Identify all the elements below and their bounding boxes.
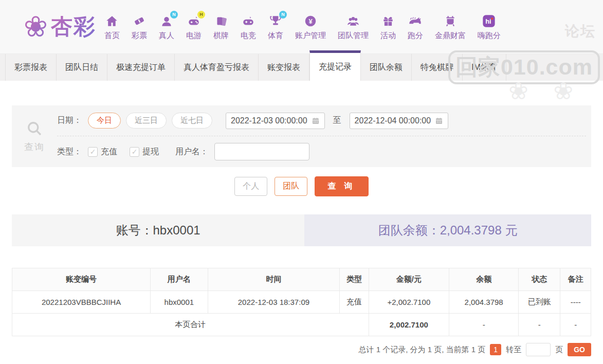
table-summary-row: 本页合计 2,002.7100 - - - [12, 314, 591, 336]
filter-date-row: 日期： 今日 近三日 近七日 2022-12-03 00:00:00 至 202… [57, 105, 586, 136]
badge-n: N [279, 11, 287, 19]
date-from-value: 2022-12-03 00:00:00 [231, 116, 307, 125]
account-number: 账号：hbx0001 [12, 214, 304, 246]
page-unit-label: 页 [555, 345, 563, 355]
cell-remark: ---- [560, 291, 591, 314]
cell-type: 充值 [340, 291, 369, 314]
go-button[interactable]: GO [568, 343, 591, 356]
summary-status: - [519, 314, 560, 336]
filter-type-row: 类型： ✓ 充值 ✓ 提现 用户名： [57, 136, 586, 167]
team-icon [346, 13, 360, 29]
badge-n: N [170, 11, 178, 19]
nav-label: 账户管理 [295, 31, 326, 41]
nav-item-promotions[interactable]: 活动 [380, 13, 396, 41]
summary-label: 本页合计 [12, 314, 369, 336]
hi-app-icon: hi [482, 13, 496, 29]
watermark-flourish: ❀ ❀ [508, 77, 582, 105]
username-input[interactable] [214, 143, 309, 160]
query-button[interactable]: 查 询 [315, 176, 368, 196]
rhino-icon [408, 13, 423, 29]
cell-balance: 2,004.3798 [449, 291, 519, 314]
nav-label: 跑分 [408, 31, 423, 41]
personal-button[interactable]: 个人 [234, 177, 267, 196]
esports-icon [242, 13, 255, 29]
quick-range-today[interactable]: 今日 [88, 113, 121, 129]
nav-label: 团队管理 [338, 31, 369, 41]
top-nav: ❀ 杏彩 首页 彩票 N 真人 H 电游 棋牌 [0, 0, 603, 54]
calendar-icon[interactable] [435, 117, 443, 125]
nav-label: 真人 [159, 31, 174, 41]
tripod-icon [444, 13, 457, 29]
goto-label: 转至 [506, 345, 521, 355]
checkbox-deposit-label: 充值 [101, 147, 117, 157]
header-change-id: 账变编号 [12, 268, 151, 291]
nav-label: 棋牌 [213, 31, 229, 41]
date-to-label: 至 [333, 115, 341, 126]
coin-icon: ¥ [304, 13, 317, 29]
brand-name: 杏彩 [51, 12, 96, 41]
checkbox-icon[interactable]: ✓ [88, 147, 98, 157]
tab-deposit-withdraw-records[interactable]: 充提记录 [309, 50, 361, 81]
nav-item-home[interactable]: 首页 [104, 13, 120, 41]
table-row: 20221203VBBBCJIIHA hbx0001 2022-12-03 18… [12, 291, 591, 314]
checkbox-withdraw[interactable]: ✓ 提现 [130, 147, 159, 157]
tab-live-sports-pnl[interactable]: 真人体育盈亏报表 [175, 54, 259, 81]
nav-item-boardgames[interactable]: 棋牌 [213, 13, 229, 41]
current-page-button[interactable]: 1 [490, 344, 501, 355]
table-header-row: 账变编号 用户名 时间 类型 金额/元 余额 状态 备注 [12, 268, 591, 291]
calendar-icon[interactable] [312, 117, 320, 125]
cell-status: 已到账 [519, 291, 560, 314]
pagination: 总计 1 个记录, 分为 1 页, 当前第 1 页 1 转至 页 GO [12, 343, 591, 356]
svg-text:hi: hi [486, 17, 491, 25]
tab-fast-orders[interactable]: 极速充提订单 [107, 54, 175, 81]
team-button[interactable]: 团队 [275, 177, 307, 196]
summary-balance: - [449, 314, 519, 336]
nav-item-paofen[interactable]: 跑分 [408, 13, 423, 41]
header-status: 状态 [519, 268, 560, 291]
brand-logo[interactable]: ❀ 杏彩 [24, 12, 96, 41]
filter-panel: 查询 日期： 今日 近三日 近七日 2022-12-03 00:00:00 至 … [12, 105, 591, 167]
nav-label: 首页 [104, 31, 120, 41]
header-time: 时间 [208, 268, 340, 291]
quick-range-3days[interactable]: 近三日 [126, 113, 167, 129]
nav-item-hipaofen[interactable]: hi 嗨跑分 [478, 13, 501, 41]
date-to-input[interactable]: 2022-12-04 00:00:00 [350, 113, 449, 129]
checkbox-icon[interactable]: ✓ [130, 147, 139, 157]
date-from-input[interactable]: 2022-12-03 00:00:00 [226, 113, 325, 129]
summary-amount: 2,002.7100 [369, 314, 449, 336]
header-remark: 备注 [560, 268, 591, 291]
cell-change-id: 20221203VBBBCJIIHA [12, 291, 151, 314]
tab-account-changes[interactable]: 账变报表 [259, 54, 309, 81]
nav-item-esports[interactable]: 电竞 [241, 13, 256, 41]
tab-team-balance[interactable]: 团队余额 [361, 54, 412, 81]
search-icon [25, 119, 44, 138]
nav-item-sports[interactable]: N 体育 [268, 13, 283, 41]
ticket-icon [133, 13, 146, 29]
nav-label: 活动 [380, 31, 396, 41]
cell-amount: +2,002.7100 [369, 291, 449, 314]
nav-label: 彩票 [132, 31, 147, 41]
trophy-icon: N [269, 13, 282, 29]
quick-range-7days[interactable]: 近七日 [172, 113, 212, 129]
nav-item-live[interactable]: N 真人 [159, 13, 174, 41]
nav-item-account-mgmt[interactable]: ¥ 账户管理 [295, 13, 326, 41]
team-balance: 团队余额：2,004.3798 元 [304, 214, 591, 246]
goto-page-input[interactable] [526, 343, 551, 356]
live-person-icon: N [160, 13, 173, 29]
nav-item-egames[interactable]: H 电游 [186, 13, 202, 41]
checkbox-withdraw-label: 提现 [142, 147, 159, 157]
nav-label: 电游 [186, 31, 202, 41]
tab-lottery-report[interactable]: 彩票报表 [5, 54, 57, 81]
tab-team-daily[interactable]: 团队日结 [57, 54, 107, 81]
cell-username: hbx0001 [151, 291, 208, 314]
username-label: 用户名： [175, 147, 208, 157]
nav-label: 金鼎财富 [435, 31, 466, 41]
svg-text:¥: ¥ [308, 17, 313, 25]
badge-h: H [197, 11, 205, 19]
nav-item-lottery[interactable]: 彩票 [132, 13, 147, 41]
cards-icon [214, 13, 228, 29]
checkbox-deposit[interactable]: ✓ 充值 [88, 147, 117, 157]
nav-item-jinding[interactable]: 金鼎财富 [435, 13, 466, 41]
nav-item-team-mgmt[interactable]: 团队管理 [338, 13, 369, 41]
nav-label: 电竞 [241, 31, 256, 41]
